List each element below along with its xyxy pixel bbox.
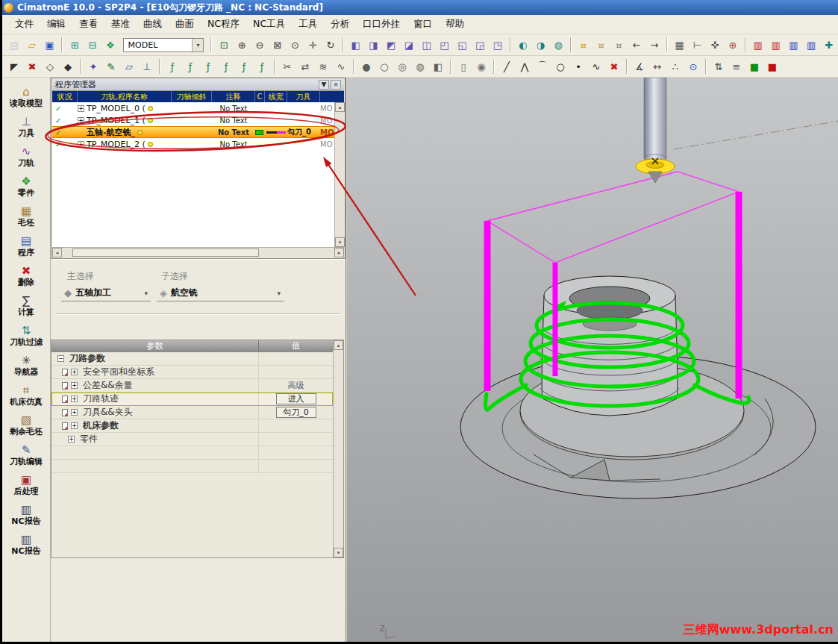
secondary-selection-dropdown[interactable]: ◈ 航空铣 ▾ (157, 285, 284, 301)
visibility-bulb-icon[interactable] (137, 130, 143, 135)
iso-view-icon[interactable]: ◧ (348, 37, 364, 53)
arc-icon[interactable]: ⌒ (534, 58, 551, 75)
menu-analysis[interactable]: 分析 (324, 16, 356, 33)
sphere-icon[interactable]: ◉ (473, 58, 490, 75)
sidebar-item-stock[interactable]: ▦毛坯 (2, 201, 50, 231)
menu-nc-tools[interactable]: NC工具 (246, 16, 292, 33)
selection-set-icon[interactable]: ◆ (60, 58, 76, 75)
column-header-1[interactable]: 刀轨,程序名称 (78, 91, 172, 102)
scroll-down-icon[interactable]: ▾ (334, 548, 343, 557)
dropdown-arrow-icon[interactable]: ▾ (192, 39, 203, 51)
param-value-button[interactable]: 勾刀_0 (276, 407, 316, 418)
scroll-up-icon[interactable]: ▴ (334, 340, 343, 350)
sidebar-item-nc-report[interactable]: ▥NC报告 (2, 500, 50, 530)
column-header-0[interactable]: 状况 (52, 91, 78, 102)
shaded-display-icon[interactable]: ● (358, 58, 375, 75)
cancel-icon[interactable]: ■ (764, 58, 781, 75)
expand-icon[interactable]: + (71, 396, 78, 402)
sidebar-item-navigator[interactable]: ✳导航器 (2, 351, 50, 381)
info-icon[interactable]: ⊙ (685, 58, 701, 75)
zoom-in-icon[interactable]: ⊕ (234, 37, 250, 53)
open-file-icon[interactable]: ▱ (24, 37, 40, 53)
sidebar-item-delete[interactable]: ✖删除 (2, 261, 50, 291)
dropdown-arrow-icon[interactable]: ▾ (277, 290, 281, 297)
cylinder-icon[interactable]: ▯ (455, 58, 472, 75)
simulator-run-icon[interactable]: ▥ (768, 37, 784, 53)
param-row[interactable]: +刀路轨迹进入 (51, 393, 333, 406)
function-curve-3-icon[interactable]: ƒ (200, 58, 216, 75)
measure-distance-icon[interactable]: ↔ (649, 58, 666, 75)
param-row[interactable]: +机床参数 (51, 419, 333, 433)
verify-icon[interactable]: ⇅ (710, 58, 727, 75)
program-vertical-scrollbar[interactable]: ▴ ▾ (334, 102, 344, 247)
ucs-icon[interactable]: ⊥ (139, 58, 155, 75)
offset-icon[interactable]: ≋ (315, 58, 331, 75)
save-icon[interactable]: ▣ (42, 37, 58, 53)
datum-plane-icon[interactable]: ▱ (121, 58, 137, 75)
expand-icon[interactable]: + (71, 422, 78, 429)
expand-icon[interactable]: + (78, 141, 84, 148)
function-curve-4-icon[interactable]: ƒ (218, 58, 234, 75)
column-header-6[interactable]: 刀具 (287, 91, 320, 102)
sidebar-item-nc-report-2[interactable]: ▥NC报告 (2, 530, 50, 560)
line-icon[interactable]: ╱ (498, 58, 515, 75)
menu-datum[interactable]: 基准 (104, 16, 137, 33)
simulator-monitor-icon[interactable]: ▥ (750, 37, 766, 53)
param-row[interactable]: −刀路参数 (51, 352, 333, 366)
visibility-bulb-icon[interactable] (148, 106, 153, 111)
front-view-icon[interactable]: ◨ (366, 37, 382, 53)
scroll-left-icon[interactable]: ◂ (52, 248, 62, 257)
back-view-icon[interactable]: ◩ (383, 37, 399, 53)
select-icon[interactable]: ◤ (6, 58, 22, 75)
expand-icon[interactable]: + (68, 436, 75, 443)
sidebar-item-toolpath-edit[interactable]: ✎刀轨编辑 (2, 440, 50, 470)
param-row[interactable]: +零件 (51, 433, 333, 446)
menu-window[interactable]: 窗口 (407, 16, 439, 33)
expand-icon[interactable]: + (71, 409, 78, 416)
pan-icon[interactable]: ✛ (304, 37, 321, 53)
menu-nc-program[interactable]: NC程序 (201, 16, 246, 33)
scroll-down-icon[interactable]: ▾ (335, 237, 345, 247)
param-row[interactable]: +公差&&余量高级 (51, 379, 333, 393)
column-header-2[interactable]: 刀轴倾斜 (172, 91, 212, 102)
origin-icon[interactable]: ⊕ (725, 37, 741, 53)
sketch-icon[interactable]: ✎ (103, 58, 119, 75)
visibility-bulb-icon[interactable] (148, 142, 153, 147)
circle-icon[interactable]: ○ (552, 58, 569, 75)
program-row[interactable]: ✓五轴-航空铣_No Text勾刀_0MO (52, 126, 334, 138)
function-curve-6-icon[interactable]: ƒ (254, 58, 270, 75)
sidebar-item-calculate[interactable]: ∑计算 (2, 291, 50, 321)
sidebar-item-cutter[interactable]: ⊥刀具 (2, 112, 50, 142)
program-row[interactable]: ✓+TP_MODEL_1 (No TextMO (52, 114, 334, 126)
dropdown-arrow-icon[interactable]: ▾ (144, 290, 148, 297)
named-view-icon[interactable]: ◳ (490, 37, 506, 53)
light-off-icon[interactable]: ¤ (611, 37, 628, 53)
function-curve-2-icon[interactable]: ƒ (182, 58, 198, 75)
3d-viewport[interactable]: Z 三维网www.3dportal.cn (345, 78, 838, 644)
nc-doc-view-icon[interactable]: ▥ (785, 37, 801, 53)
right-view-icon[interactable]: ◫ (419, 37, 435, 53)
unselect-icon[interactable]: ✖ (24, 58, 40, 75)
measure-angle-icon[interactable]: ∡ (631, 58, 648, 75)
delete-geometry-icon[interactable]: ✖ (606, 58, 622, 75)
scroll-up-icon[interactable]: ▴ (335, 102, 345, 112)
function-curve-5-icon[interactable]: ƒ (236, 58, 252, 75)
zoom-window-icon[interactable]: ⊡ (216, 37, 232, 53)
parameters-vertical-scrollbar[interactable]: ▴ ▾ (333, 340, 343, 557)
column-header-3[interactable]: 注释 (212, 91, 255, 102)
menu-surface[interactable]: 曲面 (169, 16, 201, 33)
program-horizontal-scrollbar[interactable]: ◂ ▸ (52, 247, 344, 257)
param-row[interactable]: +安全平面和坐标系 (51, 366, 333, 379)
analyze-icon[interactable]: ∴ (667, 58, 684, 75)
hidden-line-icon[interactable]: ◎ (394, 58, 410, 75)
rotate-view-icon[interactable]: ↻ (322, 37, 339, 53)
zoom-out-icon[interactable]: ⊖ (251, 37, 268, 53)
expand-icon[interactable]: + (71, 369, 78, 375)
function-curve-1-icon[interactable]: ƒ (164, 58, 181, 75)
sidebar-item-post-process[interactable]: ▣后处理 (2, 470, 50, 500)
menu-plugins[interactable]: 口口外挂 (356, 16, 407, 33)
scroll-right-icon[interactable]: ▸ (334, 248, 344, 257)
zoom-all-icon[interactable]: ⊙ (287, 37, 304, 53)
param-row[interactable]: +刀具&&夹头勾刀_0 (51, 406, 333, 419)
light-on-icon[interactable]: ¤ (575, 37, 592, 53)
